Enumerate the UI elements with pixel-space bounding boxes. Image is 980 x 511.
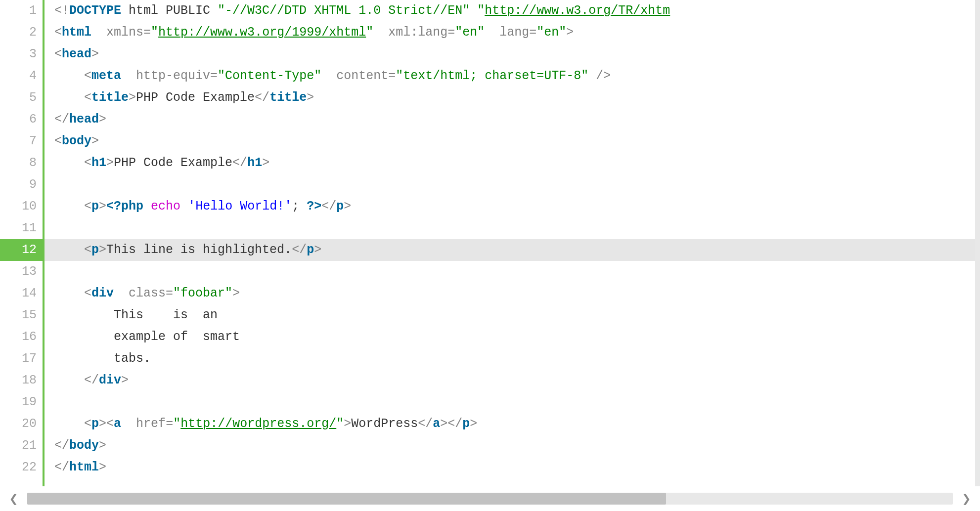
token: < <box>84 156 91 170</box>
token: = <box>447 25 455 40</box>
token: tabs. <box>54 351 151 366</box>
code-line[interactable] <box>45 391 975 413</box>
token: a <box>433 417 440 431</box>
line-number: 19 <box>0 391 43 413</box>
token <box>143 199 151 213</box>
token <box>54 90 84 105</box>
code-line[interactable]: <!DOCTYPE html PUBLIC "-//W3C//DTD XHTML… <box>45 0 975 22</box>
code-line[interactable]: <div class="foobar"> <box>45 283 975 304</box>
token: meta <box>91 69 121 83</box>
token: </ <box>54 112 69 127</box>
token: http://www.w3.org/TR/xhtm <box>485 3 670 18</box>
token: 'Hello World!' <box>188 199 292 213</box>
code-line[interactable] <box>45 261 975 283</box>
token: = <box>210 69 218 83</box>
code-line[interactable]: tabs. <box>45 348 975 370</box>
code-line[interactable]: <p>This line is highlighted.</p> <box>45 239 975 261</box>
token: content <box>336 69 388 83</box>
token: </ <box>447 417 462 431</box>
code-area[interactable]: <!DOCTYPE html PUBLIC "-//W3C//DTD XHTML… <box>45 0 975 486</box>
code-line[interactable]: <h1>PHP Code Example</h1> <box>45 152 975 174</box>
token: head <box>62 47 91 61</box>
token: p <box>91 417 99 431</box>
token: http://www.w3.org/1999/xhtml <box>158 25 366 40</box>
line-number: 6 <box>0 109 43 130</box>
token <box>54 199 84 213</box>
code-line[interactable]: </div> <box>45 370 975 391</box>
token <box>321 69 336 83</box>
scroll-right-button[interactable]: ❯ <box>953 490 980 508</box>
token: " <box>477 3 485 18</box>
token: " <box>151 25 158 40</box>
token <box>485 25 499 40</box>
token: " <box>336 417 344 431</box>
line-number: 22 <box>0 457 43 478</box>
token <box>470 3 477 18</box>
token: div <box>99 373 121 387</box>
token: http://wordpress.org/ <box>180 417 336 431</box>
token: > <box>99 417 106 431</box>
code-line[interactable]: </body> <box>45 435 975 457</box>
token: </ <box>54 460 69 474</box>
token: class <box>129 286 166 300</box>
token: " <box>366 25 373 40</box>
token: html <box>62 25 91 40</box>
token: > <box>91 47 99 61</box>
code-line[interactable]: </html> <box>45 457 975 478</box>
line-number: 14 <box>0 283 43 304</box>
code-line[interactable]: <html xmlns="http://www.w3.org/1999/xhtm… <box>45 22 975 43</box>
line-number: 5 <box>0 87 43 109</box>
code-line[interactable] <box>45 174 975 196</box>
token <box>91 25 106 40</box>
token: > <box>129 90 136 105</box>
code-line[interactable]: example of smart <box>45 326 975 348</box>
token <box>54 373 84 387</box>
code-line[interactable] <box>45 217 975 239</box>
horizontal-scroll-track[interactable] <box>27 493 953 505</box>
token: > <box>344 199 351 213</box>
token: /> <box>596 69 611 83</box>
token: > <box>262 156 269 170</box>
token: lang <box>499 25 529 40</box>
token: xmlns <box>106 25 143 40</box>
token: title <box>269 90 307 105</box>
token: xml:lang <box>388 25 447 40</box>
token: </ <box>321 199 336 213</box>
line-number: 15 <box>0 304 43 326</box>
line-number: 17 <box>0 348 43 370</box>
code-line[interactable]: <title>PHP Code Example</title> <box>45 87 975 109</box>
code-line[interactable]: <p><a href="http://wordpress.org/">WordP… <box>45 413 975 435</box>
token: body <box>62 134 91 148</box>
token: PHP Code Example <box>114 156 232 170</box>
code-line[interactable]: </head> <box>45 109 975 130</box>
line-number: 21 <box>0 435 43 457</box>
token: > <box>344 417 351 431</box>
token: < <box>84 417 91 431</box>
token <box>114 286 129 300</box>
token: "-//W3C//DTD XHTML 1.0 Strict//EN" <box>218 3 470 18</box>
scroll-left-button[interactable]: ❮ <box>0 490 27 508</box>
code-line[interactable]: <p><?php echo 'Hello World!'; ?></p> <box>45 196 975 217</box>
line-number: 3 <box>0 43 43 65</box>
code-line[interactable]: <meta http-equiv="Content-Type" content=… <box>45 65 975 87</box>
code-line[interactable]: <head> <box>45 43 975 65</box>
code-editor[interactable]: 12345678910111213141516171819202122 <!DO… <box>0 0 980 486</box>
token: < <box>54 25 62 40</box>
token: http-equiv <box>136 69 210 83</box>
token: = <box>166 286 173 300</box>
token: = <box>388 69 396 83</box>
token: </ <box>418 417 433 431</box>
horizontal-scroll-thumb[interactable] <box>27 493 666 505</box>
token <box>121 69 136 83</box>
code-line[interactable]: <body> <box>45 130 975 152</box>
token: > <box>91 134 99 148</box>
line-number: 8 <box>0 152 43 174</box>
token: < <box>84 243 91 257</box>
token: DOCTYPE <box>69 3 121 18</box>
token: > <box>566 25 574 40</box>
line-number: 4 <box>0 65 43 87</box>
code-line[interactable]: This is an <box>45 304 975 326</box>
line-number-gutter: 12345678910111213141516171819202122 <box>0 0 45 486</box>
token <box>588 69 596 83</box>
token: WordPress <box>351 417 418 431</box>
